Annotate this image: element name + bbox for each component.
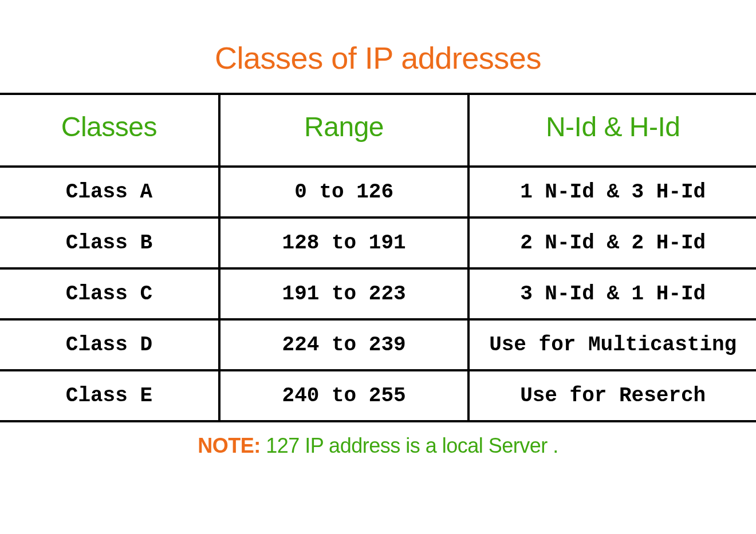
cell-range: 224 to 239 [219,319,469,370]
cell-class: Class D [0,319,219,370]
cell-nid-hid: 1 N-Id & 3 H-Id [468,167,756,217]
table-row: Class B 128 to 191 2 N-Id & 2 H-Id [0,217,756,268]
cell-range: 240 to 255 [219,370,469,421]
cell-class: Class B [0,217,219,268]
cell-class: Class A [0,167,219,217]
footnote: NOTE: 127 IP address is a local Server . [198,434,558,458]
cell-nid-hid: Use for Reserch [468,370,756,421]
table-header-row: Classes Range N-Id & H-Id [0,94,756,167]
note-text: 127 IP address is a local Server . [261,434,558,457]
header-nid-hid: N-Id & H-Id [468,94,756,167]
header-range: Range [219,94,469,167]
cell-nid-hid: 2 N-Id & 2 H-Id [468,217,756,268]
cell-nid-hid: Use for Multicasting [468,319,756,370]
table-row: Class A 0 to 126 1 N-Id & 3 H-Id [0,167,756,217]
cell-range: 191 to 223 [219,268,469,319]
cell-range: 0 to 126 [219,167,469,217]
note-label: NOTE: [198,434,261,457]
cell-range: 128 to 191 [219,217,469,268]
table-row: Class D 224 to 239 Use for Multicasting [0,319,756,370]
cell-class: Class E [0,370,219,421]
table-row: Class C 191 to 223 3 N-Id & 1 H-Id [0,268,756,319]
cell-nid-hid: 3 N-Id & 1 H-Id [468,268,756,319]
page-title: Classes of IP addresses [215,40,541,76]
header-classes: Classes [0,94,219,167]
table-row: Class E 240 to 255 Use for Reserch [0,370,756,421]
cell-class: Class C [0,268,219,319]
ip-classes-table: Classes Range N-Id & H-Id Class A 0 to 1… [0,93,756,422]
